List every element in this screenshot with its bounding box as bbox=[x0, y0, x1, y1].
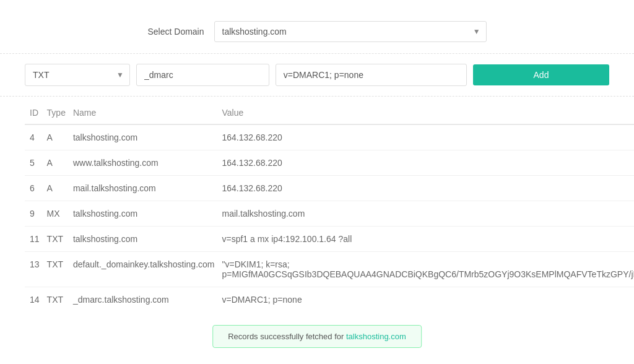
table-body: 4 A talkshosting.com 164.132.68.220 5 A … bbox=[25, 124, 634, 312]
cell-type: TXT bbox=[47, 287, 73, 313]
page-container: Select Domain talkshosting.com ▼ TXT A A… bbox=[0, 0, 634, 364]
table-row: 9 MX talkshosting.com mail.talkshosting.… bbox=[25, 201, 634, 227]
cell-id: 13 bbox=[25, 252, 47, 287]
notification-text: Records successfully fetched for bbox=[228, 332, 346, 341]
cell-type: TXT bbox=[47, 252, 73, 287]
cell-id: 11 bbox=[25, 227, 47, 252]
col-header-value: Value bbox=[222, 102, 634, 124]
name-input[interactable] bbox=[136, 64, 269, 86]
domain-select[interactable]: talkshosting.com bbox=[214, 21, 487, 42]
add-button[interactable]: Add bbox=[473, 64, 609, 85]
cell-value: 164.132.68.220 bbox=[222, 176, 634, 201]
type-select[interactable]: TXT A AAAA CNAME MX SRV NS bbox=[25, 64, 130, 86]
cell-id: 9 bbox=[25, 201, 47, 227]
value-input[interactable] bbox=[276, 64, 467, 86]
select-domain-row: Select Domain talkshosting.com ▼ bbox=[25, 12, 609, 53]
cell-type: A bbox=[47, 176, 73, 201]
cell-name: talkshosting.com bbox=[73, 201, 222, 227]
cell-value: "v=DKIM1; k=rsa; p=MIGfMA0GCSqGSIb3DQEBA… bbox=[222, 252, 634, 287]
col-header-type: Type bbox=[47, 102, 73, 124]
table-row: 14 TXT _dmarc.talkshosting.com v=DMARC1;… bbox=[25, 287, 634, 313]
cell-type: TXT bbox=[47, 227, 73, 252]
cell-value: mail.talkshosting.com bbox=[222, 201, 634, 227]
cell-type: MX bbox=[47, 201, 73, 227]
domain-select-wrapper: talkshosting.com ▼ bbox=[214, 21, 487, 42]
records-table: ID Type Name Value 4 A talkshosting.com … bbox=[25, 102, 634, 312]
cell-name: talkshosting.com bbox=[73, 227, 222, 252]
table-row: 4 A talkshosting.com 164.132.68.220 bbox=[25, 124, 634, 150]
cell-name: mail.talkshosting.com bbox=[73, 176, 222, 201]
cell-value: v=DMARC1; p=none bbox=[222, 287, 634, 313]
cell-id: 5 bbox=[25, 150, 47, 176]
cell-value: v=spf1 a mx ip4:192.100.1.64 ?all bbox=[222, 227, 634, 252]
cell-id: 4 bbox=[25, 124, 47, 150]
cell-type: A bbox=[47, 150, 73, 176]
notification-domain-link[interactable]: talkshosting.com bbox=[346, 332, 406, 341]
col-header-id: ID bbox=[25, 102, 47, 124]
table-row: 5 A www.talkshosting.com 164.132.68.220 bbox=[25, 150, 634, 176]
table-row: 6 A mail.talkshosting.com 164.132.68.220 bbox=[25, 176, 634, 201]
cell-name: _dmarc.talkshosting.com bbox=[73, 287, 222, 313]
cell-name: www.talkshosting.com bbox=[73, 150, 222, 176]
select-domain-label: Select Domain bbox=[147, 27, 204, 37]
add-record-row: TXT A AAAA CNAME MX SRV NS ▼ Add bbox=[25, 54, 609, 96]
cell-type: A bbox=[47, 124, 73, 150]
cell-id: 6 bbox=[25, 176, 47, 201]
table-header: ID Type Name Value bbox=[25, 102, 634, 124]
cell-value: 164.132.68.220 bbox=[222, 150, 634, 176]
type-select-wrapper: TXT A AAAA CNAME MX SRV NS ▼ bbox=[25, 64, 130, 86]
cell-value: 164.132.68.220 bbox=[222, 124, 634, 150]
table-row: 13 TXT default._domainkey.talkshosting.c… bbox=[25, 252, 634, 287]
cell-name: talkshosting.com bbox=[73, 124, 222, 150]
cell-id: 14 bbox=[25, 287, 47, 313]
success-notification: Records successfully fetched for talksho… bbox=[212, 325, 422, 348]
divider-middle bbox=[0, 96, 634, 97]
col-header-name: Name bbox=[73, 102, 222, 124]
table-row: 11 TXT talkshosting.com v=spf1 a mx ip4:… bbox=[25, 227, 634, 252]
cell-name: default._domainkey.talkshosting.com bbox=[73, 252, 222, 287]
